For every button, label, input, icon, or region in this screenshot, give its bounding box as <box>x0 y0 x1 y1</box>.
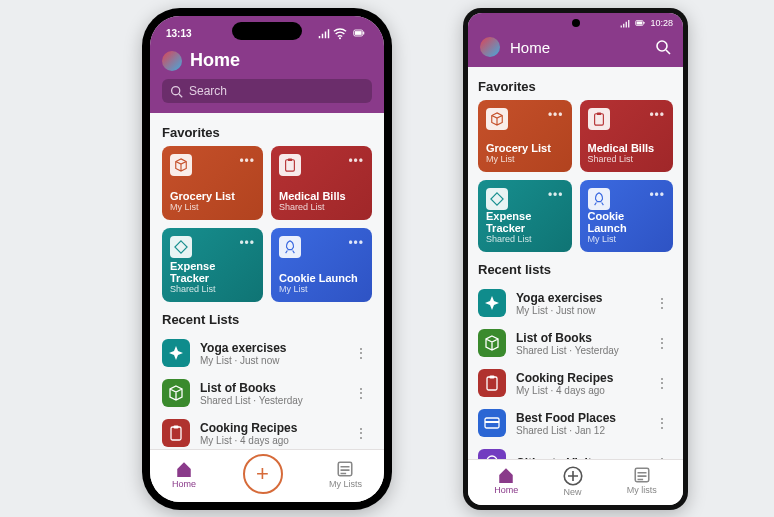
card-more-icon[interactable]: ••• <box>548 108 564 122</box>
row-more-icon[interactable]: ⋮ <box>651 335 673 351</box>
favorite-card[interactable]: •••Expense TrackerShared List <box>478 180 572 252</box>
card-subtitle: My List <box>486 154 564 164</box>
row-name: Cooking Recipes <box>516 371 641 385</box>
list-item[interactable]: List of BooksShared List · Yesterday⋮ <box>478 323 673 363</box>
plus-circle-icon <box>563 466 583 486</box>
favorite-card[interactable]: •••Grocery ListMy List <box>162 146 263 220</box>
row-meta: My List · Just now <box>516 305 641 316</box>
card-subtitle: My List <box>170 202 255 212</box>
cube-icon <box>162 379 190 407</box>
row-more-icon[interactable]: ⋮ <box>651 295 673 311</box>
favorite-card[interactable]: •••Expense TrackerShared List <box>162 228 263 302</box>
card-icon <box>478 409 506 437</box>
new-fab[interactable]: + <box>243 454 283 494</box>
card-subtitle: Shared List <box>588 154 666 164</box>
row-name: Yoga exercises <box>200 341 340 355</box>
cube-icon <box>478 329 506 357</box>
tab-mylists[interactable]: My lists <box>627 466 657 495</box>
list-item[interactable]: List of BooksShared List · Yesterday⋮ <box>162 373 372 413</box>
card-name: Expense Tracker <box>170 260 255 284</box>
list-item[interactable]: Best Food PlacesShared List · Jan 12⋮ <box>478 403 673 443</box>
diamond-icon <box>486 188 508 210</box>
row-meta: Shared List · Jan 12 <box>516 425 641 436</box>
cube-icon <box>170 154 192 176</box>
avatar[interactable] <box>480 37 500 57</box>
iphone-frame: 13:13 Home Favorites •••Grocery ListMy L… <box>142 8 392 510</box>
tab-bar: Home + My Lists <box>150 449 384 502</box>
card-more-icon[interactable]: ••• <box>239 154 255 168</box>
lists-icon <box>336 460 354 478</box>
sparkle-icon <box>162 339 190 367</box>
row-meta: Shared List · Yesterday <box>516 345 641 356</box>
favorite-card[interactable]: •••Medical BillsShared List <box>580 100 674 172</box>
favorite-card[interactable]: •••Cookie LaunchMy List <box>580 180 674 252</box>
tab-home[interactable]: Home <box>494 466 518 495</box>
list-item[interactable]: Cities to Visit⋮ <box>478 443 673 459</box>
search-icon[interactable] <box>655 39 671 55</box>
lists-icon <box>633 466 651 484</box>
card-more-icon[interactable]: ••• <box>239 236 255 250</box>
signal-icon <box>318 27 330 39</box>
rocket-icon <box>279 236 301 258</box>
favorite-card[interactable]: •••Medical BillsShared List <box>271 146 372 220</box>
battery-icon <box>633 18 647 28</box>
card-subtitle: My List <box>279 284 364 294</box>
card-more-icon[interactable]: ••• <box>649 108 665 122</box>
card-name: Grocery List <box>170 190 255 202</box>
clipboard-icon <box>162 419 190 447</box>
row-more-icon[interactable]: ⋮ <box>651 415 673 431</box>
list-item[interactable]: Cooking RecipesMy List · 4 days ago⋮ <box>478 363 673 403</box>
row-meta: My List · 4 days ago <box>516 385 641 396</box>
card-name: Grocery List <box>486 142 564 154</box>
tab-bar: Home New My lists <box>468 459 683 505</box>
tab-new-label: New <box>563 487 581 497</box>
tab-home[interactable]: Home <box>172 460 196 489</box>
tab-new[interactable]: New <box>563 466 583 497</box>
search-box[interactable] <box>162 79 372 103</box>
card-name: Cookie Launch <box>279 272 364 284</box>
row-name: Yoga exercises <box>516 291 641 305</box>
camera-punchhole <box>572 19 580 27</box>
search-input[interactable] <box>189 84 364 98</box>
list-item[interactable]: Yoga exercisesMy List · Just now⋮ <box>162 333 372 373</box>
pin-icon <box>478 449 506 459</box>
tab-mylists-label: My lists <box>627 485 657 495</box>
tab-mylists[interactable]: My Lists <box>329 460 362 489</box>
tab-home-label: Home <box>494 485 518 495</box>
dynamic-island <box>232 22 302 40</box>
row-name: Cooking Recipes <box>200 421 340 435</box>
row-more-icon[interactable]: ⋮ <box>350 425 372 441</box>
android-frame: 10:28 Home Favorites •••Grocery ListMy L… <box>463 8 688 510</box>
card-more-icon[interactable]: ••• <box>348 154 364 168</box>
diamond-icon <box>170 236 192 258</box>
app-header: Home <box>150 48 384 113</box>
favorites-heading: Favorites <box>162 125 372 140</box>
row-name: List of Books <box>516 331 641 345</box>
page-title: Home <box>190 50 240 71</box>
recent-heading: Recent Lists <box>162 312 372 327</box>
list-item[interactable]: Cooking RecipesMy List · 4 days ago⋮ <box>162 413 372 449</box>
recent-heading: Recent lists <box>478 262 673 277</box>
wifi-icon <box>333 26 347 40</box>
card-name: Medical Bills <box>588 142 666 154</box>
list-item[interactable]: Yoga exercisesMy List · Just now⋮ <box>478 283 673 323</box>
status-time: 10:28 <box>650 18 673 28</box>
row-name: Best Food Places <box>516 411 641 425</box>
card-more-icon[interactable]: ••• <box>348 236 364 250</box>
row-meta: My List · Just now <box>200 355 340 366</box>
clipboard-icon <box>279 154 301 176</box>
card-name: Medical Bills <box>279 190 364 202</box>
avatar[interactable] <box>162 51 182 71</box>
row-more-icon[interactable]: ⋮ <box>350 385 372 401</box>
home-icon <box>175 460 193 478</box>
row-more-icon[interactable]: ⋮ <box>651 375 673 391</box>
tab-mylists-label: My Lists <box>329 479 362 489</box>
card-subtitle: Shared List <box>279 202 364 212</box>
battery-icon <box>350 27 368 39</box>
favorite-card[interactable]: •••Cookie LaunchMy List <box>271 228 372 302</box>
card-more-icon[interactable]: ••• <box>548 188 564 202</box>
card-more-icon[interactable]: ••• <box>649 188 665 202</box>
favorite-card[interactable]: •••Grocery ListMy List <box>478 100 572 172</box>
row-more-icon[interactable]: ⋮ <box>350 345 372 361</box>
clipboard-icon <box>588 108 610 130</box>
